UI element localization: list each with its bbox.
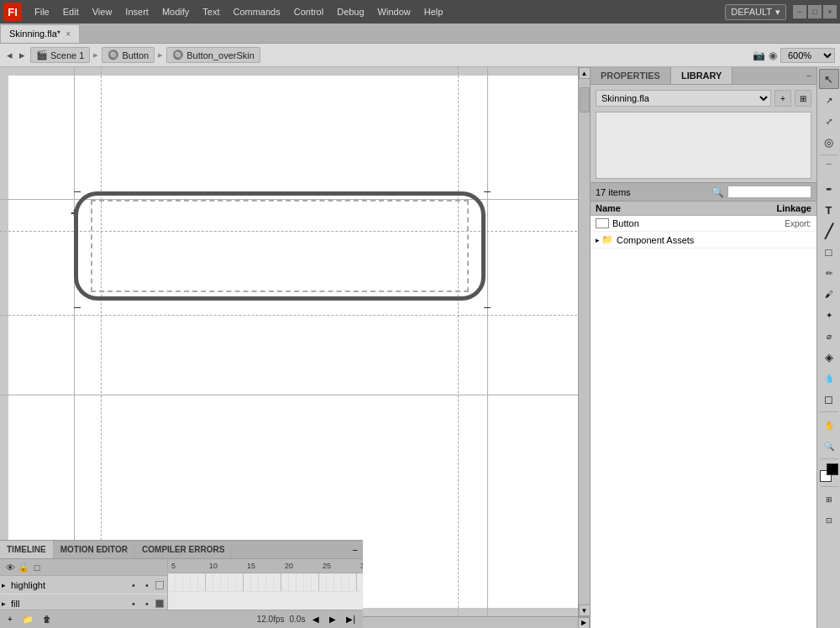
frame-cell[interactable] bbox=[289, 573, 297, 591]
bone-tool-button[interactable]: ⌀ bbox=[819, 326, 839, 346]
eyedropper-tool-button[interactable]: 💧 bbox=[819, 368, 839, 388]
scroll-track-v[interactable] bbox=[579, 79, 590, 604]
workspace-selector[interactable]: DEFAULT ▾ bbox=[725, 4, 786, 20]
lib-properties-button[interactable]: ⊞ bbox=[795, 90, 811, 107]
tab-timeline[interactable]: TIMELINE bbox=[0, 541, 54, 558]
tab-compiler-errors[interactable]: COMPILER ERRORS bbox=[135, 541, 232, 558]
panel-collapse-button[interactable]: − bbox=[801, 67, 816, 84]
frame-cell[interactable] bbox=[236, 573, 244, 591]
gradient-transform-tool-button[interactable]: ◎ bbox=[819, 132, 839, 152]
frame-cell[interactable] bbox=[327, 573, 334, 591]
frame-cell[interactable] bbox=[251, 573, 259, 591]
subselect-tool-button[interactable]: ↗ bbox=[819, 90, 839, 110]
layer-vis-fill[interactable]: • bbox=[127, 599, 140, 609]
lib-item-button[interactable]: Button Export: bbox=[591, 216, 816, 232]
frame-cell[interactable] bbox=[297, 573, 304, 591]
hand-tool-button[interactable]: ✋ bbox=[819, 415, 839, 435]
tab-library[interactable]: LIBRARY bbox=[671, 67, 732, 84]
frame-cell[interactable] bbox=[183, 573, 191, 591]
lock-icon[interactable]: 🔒 bbox=[17, 562, 30, 573]
text-tool-button[interactable]: T bbox=[819, 200, 839, 220]
layer-vis-highlight[interactable]: • bbox=[127, 580, 140, 590]
rect-tool-button[interactable]: □ bbox=[819, 242, 839, 262]
scroll-up-button[interactable]: ▲ bbox=[579, 67, 591, 79]
canvas-scroll-area[interactable]: + ▲ ▼ bbox=[0, 67, 590, 616]
scroll-thumb-v[interactable] bbox=[580, 87, 590, 113]
layer-type-icon[interactable]: □ bbox=[30, 563, 44, 573]
delete-layer-button[interactable]: 🗑 bbox=[40, 614, 54, 625]
eraser-tool-button[interactable]: ◻ bbox=[819, 389, 839, 409]
snap-to-objects-button[interactable]: ⊞ bbox=[819, 489, 839, 510]
menu-debug[interactable]: Debug bbox=[331, 4, 370, 19]
eye-icon[interactable]: 👁 bbox=[3, 563, 17, 573]
fill-color-swatch[interactable] bbox=[827, 463, 838, 475]
frame-cell[interactable] bbox=[168, 573, 176, 591]
vertical-scrollbar[interactable]: ▲ ▼ bbox=[578, 67, 590, 616]
forward-button[interactable]: ▸ bbox=[18, 47, 27, 63]
menu-commands[interactable]: Commands bbox=[227, 4, 286, 19]
menu-help[interactable]: Help bbox=[418, 4, 449, 19]
prev-frame-button[interactable]: ◀ bbox=[310, 614, 322, 625]
library-search-input[interactable] bbox=[727, 186, 811, 198]
menu-edit[interactable]: Edit bbox=[57, 4, 85, 19]
tab-properties[interactable]: PROPERTIES bbox=[591, 67, 671, 84]
frame-cell[interactable] bbox=[259, 573, 266, 591]
menu-view[interactable]: View bbox=[87, 4, 118, 19]
doc-tab-skinning[interactable]: Skinning.fla* × bbox=[0, 24, 80, 43]
menu-file[interactable]: File bbox=[29, 4, 55, 19]
frame-cell[interactable] bbox=[349, 573, 357, 591]
lib-folder-component-assets[interactable]: ▸ 📁 Component Assets bbox=[591, 232, 816, 249]
frame-cell[interactable] bbox=[357, 573, 363, 591]
frame-cell[interactable] bbox=[228, 573, 236, 591]
frame-cell[interactable] bbox=[198, 573, 206, 591]
brush-tool-button[interactable]: 🖌 bbox=[819, 284, 839, 304]
next-frame-button[interactable]: ▶| bbox=[344, 614, 358, 625]
add-folder-button[interactable]: 📁 bbox=[20, 614, 35, 625]
menu-window[interactable]: Window bbox=[372, 4, 417, 19]
zoom-select[interactable]: 600% 25% 50% 100% 200% 400% 800% bbox=[780, 48, 835, 63]
frame-cell[interactable] bbox=[191, 573, 198, 591]
free-transform-tool-button[interactable]: ⤢ bbox=[819, 111, 839, 131]
frame-cell[interactable] bbox=[319, 573, 327, 591]
win-maximize-button[interactable]: □ bbox=[808, 5, 822, 18]
scroll-right-button[interactable]: ▶ bbox=[578, 617, 590, 629]
line-tool-button[interactable]: ╱ bbox=[819, 221, 839, 241]
options-button[interactable]: ⊡ bbox=[819, 510, 839, 531]
layer-lock-highlight[interactable]: • bbox=[140, 580, 154, 590]
paint-bucket-tool-button[interactable]: ◈ bbox=[819, 347, 839, 367]
breadcrumb-button[interactable]: 🔘 Button bbox=[102, 47, 155, 63]
frame-cell[interactable] bbox=[304, 573, 312, 591]
lasso-tool-button[interactable]: ⌒ bbox=[819, 158, 839, 178]
frame-cell[interactable] bbox=[334, 573, 342, 591]
zoom-tool-button[interactable]: 🔍 bbox=[819, 436, 839, 456]
frame-cell[interactable] bbox=[176, 573, 183, 591]
lib-new-symbol-button[interactable]: + bbox=[774, 90, 791, 107]
breadcrumb-overskin[interactable]: 🔘 Button_overSkin bbox=[166, 47, 260, 63]
menu-insert[interactable]: Insert bbox=[119, 4, 155, 19]
doc-tab-close-button[interactable]: × bbox=[66, 29, 71, 39]
deco-tool-button[interactable]: ✦ bbox=[819, 305, 839, 325]
pencil-tool-button[interactable]: ✏ bbox=[819, 263, 839, 283]
play-button[interactable]: ▶ bbox=[327, 614, 339, 625]
win-minimize-button[interactable]: − bbox=[793, 5, 806, 18]
frame-cell[interactable] bbox=[342, 573, 349, 591]
breadcrumb-scene1[interactable]: 🎬 Scene 1 bbox=[30, 47, 90, 63]
scroll-down-button[interactable]: ▼ bbox=[579, 604, 591, 616]
frame-cell[interactable] bbox=[206, 573, 213, 591]
menu-text[interactable]: Text bbox=[197, 4, 225, 19]
timeline-collapse-button[interactable]: − bbox=[348, 542, 363, 557]
pen-tool-button[interactable]: ✒ bbox=[819, 179, 839, 199]
layer-row-highlight[interactable]: ▸ highlight • • bbox=[0, 576, 167, 594]
frame-cell[interactable] bbox=[213, 573, 221, 591]
frame-cell[interactable] bbox=[221, 573, 228, 591]
frame-cell[interactable] bbox=[244, 573, 251, 591]
win-close-button[interactable]: × bbox=[823, 5, 837, 18]
frame-cell[interactable] bbox=[312, 573, 319, 591]
frame-cell[interactable] bbox=[281, 573, 289, 591]
selection-tool-button[interactable]: ↖ bbox=[819, 69, 839, 89]
library-file-selector[interactable]: Skinning.fla bbox=[596, 90, 771, 107]
layer-lock-fill[interactable]: • bbox=[140, 599, 154, 609]
add-layer-button[interactable]: + bbox=[5, 614, 15, 625]
menu-control[interactable]: Control bbox=[288, 4, 329, 19]
back-button[interactable]: ◂ bbox=[5, 47, 14, 63]
